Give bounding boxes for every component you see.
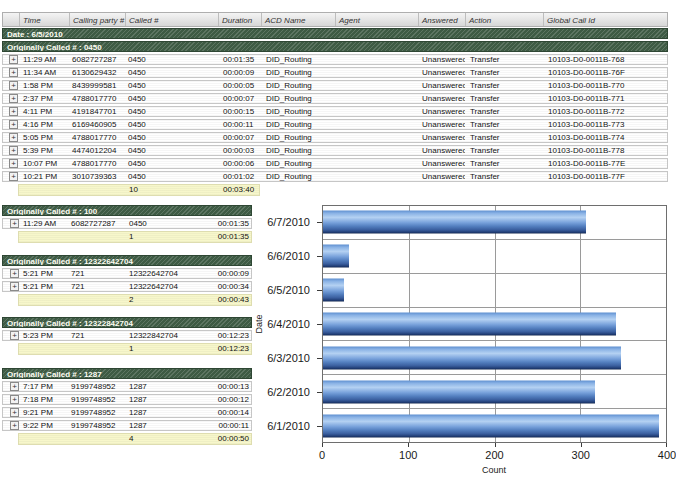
called-number-cell: 0450	[125, 146, 218, 155]
column-header-calling-party[interactable]: Calling party #	[69, 13, 125, 26]
call-row[interactable]: +11:29 AM6082727287045000:01:35DID_Routi…	[2, 54, 668, 65]
summary-spacer	[67, 295, 125, 305]
summary-spacer	[19, 185, 69, 195]
expand-cell: +	[3, 172, 19, 181]
y-tick-label: 6/7/2010	[252, 216, 310, 228]
expand-row-button[interactable]: +	[9, 172, 18, 181]
chart-category-band	[323, 206, 666, 240]
call-row[interactable]: +9:21 PM9199748952128700:00:14	[2, 407, 252, 418]
call-row[interactable]: +10:07 PM4788017770045000:00:06DID_Routi…	[2, 158, 668, 169]
expand-row-button[interactable]: +	[9, 120, 18, 129]
call-row[interactable]: +11:34 AM6130629432045000:00:09DID_Routi…	[2, 67, 668, 78]
answered-cell: Unanswered	[418, 159, 465, 168]
calling-party-cell: 6130629432	[69, 68, 125, 77]
column-header-action[interactable]: Action	[465, 13, 543, 26]
acd-name-cell: DID_Routing	[261, 146, 335, 155]
time-cell: 1:58 PM	[19, 81, 69, 90]
bar-6-2-2010[interactable]	[323, 380, 595, 403]
calling-party-cell: 4788017770	[69, 94, 125, 103]
called-number-cell: 1287	[125, 395, 205, 404]
expand-row-button[interactable]: +	[10, 269, 19, 278]
expand-row-button[interactable]: +	[10, 331, 19, 340]
x-tick-mark	[322, 443, 323, 447]
calling-party-cell: 9199748952	[67, 408, 125, 417]
global-call-id-cell: 10103-D0-0011B-77E	[543, 159, 669, 168]
expand-row-button[interactable]: +	[10, 282, 19, 291]
expand-row-button[interactable]: +	[10, 219, 19, 228]
bar-6-4-2010[interactable]	[323, 313, 616, 336]
called-number-cell: 0450	[125, 120, 218, 129]
call-row[interactable]: +10:21 PM3010739363045000:01:02DID_Routi…	[2, 171, 668, 182]
column-header-acd-name[interactable]: ACD Name	[261, 13, 335, 26]
expand-row-button[interactable]: +	[10, 382, 19, 391]
expand-cell: +	[3, 408, 19, 417]
calling-party-cell: 721	[67, 331, 125, 340]
y-tick-mark	[317, 426, 322, 427]
calling-party-cell: 9199748952	[67, 421, 125, 430]
agent-cell	[335, 133, 418, 142]
expand-row-button[interactable]: +	[9, 55, 18, 64]
calling-party-cell: 9199748952	[67, 382, 125, 391]
group-call-count: 1	[125, 232, 205, 242]
call-row[interactable]: +5:21 PM7211232264270400:00:09	[2, 268, 252, 279]
call-row[interactable]: +4:16 PM6169460905045000:00:11DID_Routin…	[2, 119, 668, 130]
column-header-time[interactable]: Time	[19, 13, 69, 26]
chart-category-band	[323, 308, 666, 342]
call-row[interactable]: +5:39 PM4474012204045000:00:03DID_Routin…	[2, 145, 668, 156]
called-number-cell: 0450	[125, 81, 218, 90]
duration-cell: 00:00:07	[218, 133, 261, 142]
call-row[interactable]: +11:29 AM6082727287045000:01:35	[2, 218, 252, 229]
expand-row-button[interactable]: +	[10, 421, 19, 430]
call-detail-report-screen: TimeCalling party #Called #DurationACD N…	[0, 0, 676, 485]
expand-row-button[interactable]: +	[9, 159, 18, 168]
call-row[interactable]: +1:58 PM8439999581045000:00:05DID_Routin…	[2, 80, 668, 91]
column-header-agent[interactable]: Agent	[335, 13, 418, 26]
action-cell: Transfer	[465, 159, 543, 168]
call-row[interactable]: +5:21 PM7211232264270400:00:34	[2, 281, 252, 292]
duration-cell: 00:00:06	[218, 159, 261, 168]
call-row[interactable]: +5:23 PM7211232284270400:12:23	[2, 330, 252, 341]
expand-row-button[interactable]: +	[9, 94, 18, 103]
call-row[interactable]: +5:05 PM4788017770045000:00:07DID_Routin…	[2, 132, 668, 143]
bar-6-7-2010[interactable]	[323, 211, 586, 234]
group-call-count: 2	[125, 295, 205, 305]
call-row[interactable]: +9:22 PM9199748952128700:00:11	[2, 420, 252, 431]
group-total-duration: 00:01:35	[205, 232, 253, 242]
expand-row-button[interactable]: +	[9, 146, 18, 155]
time-cell: 9:21 PM	[19, 408, 67, 417]
duration-cell: 00:00:09	[205, 269, 253, 278]
calling-party-cell: 8439999581	[69, 81, 125, 90]
action-cell: Transfer	[465, 107, 543, 116]
group-header: Originally Called # : 12322842704	[2, 317, 252, 328]
called-number-cell: 0450	[125, 172, 218, 181]
y-tick-mark	[317, 392, 322, 393]
summary-spacer	[19, 232, 67, 242]
column-header-answered[interactable]: Answered	[418, 13, 465, 26]
expand-row-button[interactable]: +	[9, 68, 18, 77]
call-row[interactable]: +2:37 PM4788017770045000:00:07DID_Routin…	[2, 93, 668, 104]
column-header-called[interactable]: Called #	[125, 13, 218, 26]
answered-cell: Unanswered	[418, 172, 465, 181]
bar-6-5-2010[interactable]	[323, 279, 344, 302]
agent-cell	[335, 81, 418, 90]
column-header-global-call-id[interactable]: Global Call Id	[543, 13, 669, 26]
bar-6-1-2010[interactable]	[323, 414, 659, 437]
expand-row-button[interactable]: +	[9, 107, 18, 116]
call-row[interactable]: +4:11 PM4191847701045000:00:15DID_Routin…	[2, 106, 668, 117]
x-tick-label: 300	[572, 449, 590, 461]
expand-row-button[interactable]: +	[10, 395, 19, 404]
time-cell: 10:07 PM	[19, 159, 69, 168]
expand-row-button[interactable]: +	[10, 408, 19, 417]
bar-6-6-2010[interactable]	[323, 245, 349, 268]
x-tick-mark	[495, 443, 496, 447]
call-row[interactable]: +7:18 PM9199748952128700:00:12	[2, 394, 252, 405]
call-row[interactable]: +7:17 PM9199748952128700:00:13	[2, 381, 252, 392]
expand-row-button[interactable]: +	[9, 133, 18, 142]
expand-row-button[interactable]: +	[9, 81, 18, 90]
action-cell: Transfer	[465, 146, 543, 155]
called-number-cell: 0450	[125, 159, 218, 168]
column-header-duration[interactable]: Duration	[218, 13, 261, 26]
action-cell: Transfer	[465, 120, 543, 129]
answered-cell: Unanswered	[418, 133, 465, 142]
bar-6-3-2010[interactable]	[323, 346, 621, 369]
